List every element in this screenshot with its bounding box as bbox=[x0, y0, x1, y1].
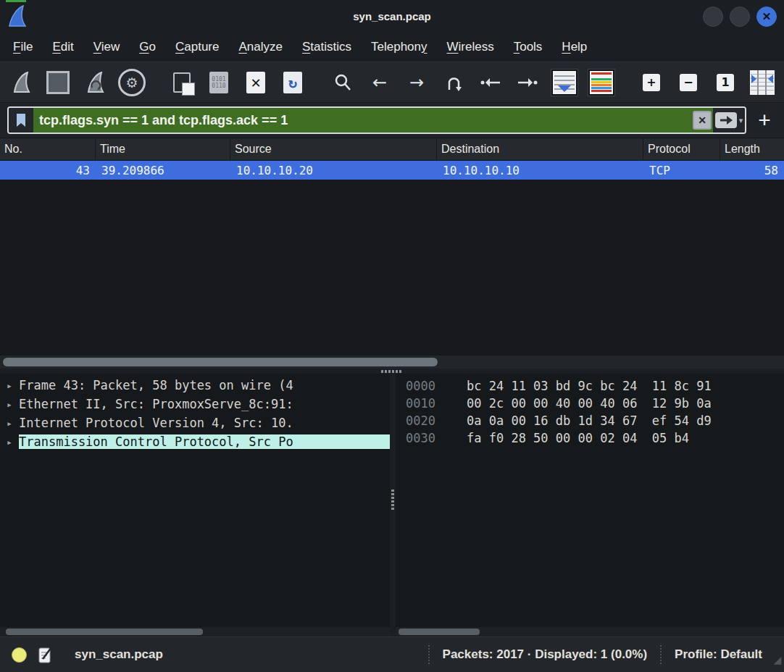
resize-grip[interactable]: ◢ bbox=[774, 655, 781, 665]
go-back-button[interactable]: ← bbox=[366, 68, 393, 97]
stop-capture-button[interactable] bbox=[44, 68, 72, 97]
expander-icon[interactable]: ▸ bbox=[0, 380, 19, 391]
zoom-100-button[interactable]: 1 bbox=[712, 68, 739, 97]
horizontal-splitter[interactable] bbox=[0, 369, 784, 374]
expander-icon[interactable]: ▸ bbox=[0, 418, 19, 429]
filter-apply-button[interactable]: ▾ bbox=[713, 108, 745, 133]
detail-row-ip[interactable]: ▸ Internet Protocol Version 4, Src: 10. bbox=[0, 413, 390, 432]
find-packet-button[interactable] bbox=[329, 68, 356, 97]
packet-row-selected[interactable]: 43 39.209866 10.10.10.20 10.10.10.10 TCP… bbox=[0, 161, 784, 180]
hex-bytes: bc 24 11 03 bd 9c bc 24 11 8c 91 bbox=[467, 379, 712, 393]
column-header-no[interactable]: No. bbox=[0, 138, 96, 160]
start-capture-button[interactable] bbox=[7, 68, 35, 97]
save-file-button[interactable]: 0101 0110 bbox=[205, 68, 233, 97]
menu-label: tatistics bbox=[310, 40, 351, 54]
bookmark-icon bbox=[15, 113, 27, 127]
colorize-button[interactable] bbox=[588, 68, 615, 97]
go-to-packet-button[interactable] bbox=[440, 68, 467, 97]
menu-analyze[interactable]: Analyze bbox=[238, 40, 282, 54]
wireshark-fin-icon bbox=[12, 72, 30, 93]
menu-telephony[interactable]: Telephony bbox=[371, 40, 428, 54]
detail-row-frame[interactable]: ▸ Frame 43: Packet, 58 bytes on wire (4 bbox=[0, 376, 390, 395]
close-button[interactable]: ✕ bbox=[756, 7, 777, 27]
reload-file-icon: ↻ bbox=[283, 72, 302, 93]
hex-row[interactable]: 0030 fa f0 28 50 00 00 02 04 05 b4 bbox=[406, 429, 784, 447]
open-file-button[interactable] bbox=[168, 68, 196, 97]
main-toolbar: ⚙ 0101 0110 ✕ ↻ ← → bbox=[0, 62, 784, 103]
column-header-time[interactable]: Time bbox=[96, 138, 230, 160]
menu-tools[interactable]: Tools bbox=[514, 40, 543, 54]
vertical-splitter[interactable] bbox=[390, 374, 396, 627]
detail-row-tcp-selected[interactable]: ▸ Transmission Control Protocol, Src Po bbox=[0, 432, 390, 451]
status-bar: syn_scan.pcap Packets: 2017 · Displayed:… bbox=[0, 637, 784, 672]
column-header-source[interactable]: Source bbox=[230, 138, 437, 160]
hex-row[interactable]: 0010 00 2c 00 00 40 00 40 06 12 9b 0a bbox=[406, 395, 784, 412]
arrow-to-dot-right-icon bbox=[517, 75, 538, 90]
filter-bookmark-button[interactable] bbox=[9, 108, 33, 133]
restart-capture-button[interactable] bbox=[81, 68, 109, 97]
packet-bytes-pane[interactable]: 0000 bc 24 11 03 bd 9c bc 24 11 8c 91 00… bbox=[396, 374, 784, 627]
hex-row[interactable]: 0000 bc 24 11 03 bd 9c bc 24 11 8c 91 bbox=[406, 377, 784, 395]
stop-icon bbox=[46, 71, 70, 94]
cell-destination: 10.10.10.10 bbox=[437, 161, 643, 180]
menu-bar: File Edit View Go Capture Analyze Statis… bbox=[0, 33, 784, 62]
status-profile[interactable]: Profile: Default bbox=[663, 647, 774, 662]
colorize-icon bbox=[588, 70, 614, 96]
capture-options-button[interactable]: ⚙ bbox=[118, 68, 146, 97]
menu-wireless[interactable]: Wireless bbox=[447, 40, 494, 54]
menu-go[interactable]: Go bbox=[139, 40, 156, 54]
maximize-button[interactable] bbox=[730, 7, 750, 27]
status-separator bbox=[660, 645, 662, 664]
resize-columns-button[interactable] bbox=[748, 68, 776, 97]
close-file-button[interactable]: ✕ bbox=[242, 68, 270, 97]
title-bar[interactable]: syn_scan.pcap ✕ bbox=[0, 0, 784, 33]
packet-list-hscrollbar[interactable] bbox=[0, 356, 784, 369]
menu-capture[interactable]: Capture bbox=[175, 40, 219, 54]
auto-scroll-icon bbox=[551, 70, 577, 96]
minimize-button[interactable] bbox=[703, 7, 723, 27]
column-header-destination[interactable]: Destination bbox=[437, 138, 643, 160]
first-packet-button[interactable] bbox=[477, 68, 504, 97]
column-header-protocol[interactable]: Protocol bbox=[643, 138, 720, 160]
last-packet-button[interactable] bbox=[514, 68, 541, 97]
expert-info-icon[interactable] bbox=[12, 647, 27, 663]
display-filter-input[interactable]: tcp.flags.syn == 1 and tcp.flags.ack == … bbox=[33, 108, 691, 133]
details-hscrollbar[interactable] bbox=[0, 627, 390, 637]
menu-help[interactable]: Help bbox=[562, 40, 587, 54]
zoom-in-button[interactable]: + bbox=[638, 68, 665, 97]
menu-view[interactable]: View bbox=[93, 40, 120, 54]
filter-clear-button[interactable]: ✕ bbox=[691, 108, 713, 133]
column-header-length[interactable]: Length bbox=[720, 138, 784, 160]
pane-scrollbars bbox=[0, 627, 784, 637]
bytes-hscrollbar[interactable] bbox=[396, 627, 784, 637]
packet-details-pane[interactable]: ▸ Frame 43: Packet, 58 bytes on wire (4 … bbox=[0, 374, 390, 627]
scrollbar-thumb[interactable] bbox=[6, 629, 203, 635]
wireshark-window: syn_scan.pcap ✕ File Edit View Go Captur… bbox=[0, 0, 784, 672]
menu-statistics[interactable]: Statistics bbox=[302, 40, 351, 54]
hex-offset: 0000 bbox=[406, 379, 446, 393]
go-forward-button[interactable]: → bbox=[403, 68, 430, 97]
hex-row[interactable]: 0020 0a 0a 00 16 db 1d 34 67 ef 54 d9 bbox=[406, 412, 784, 429]
menu-edit[interactable]: Edit bbox=[52, 40, 73, 54]
menu-label: dit bbox=[61, 40, 74, 54]
save-file-icon: 0101 0110 bbox=[209, 72, 228, 93]
binary-text: 0101 0110 bbox=[212, 76, 225, 89]
packet-list-empty-area[interactable] bbox=[0, 180, 784, 356]
status-packet-counts: Packets: 2017 · Displayed: 1 (0.0%) bbox=[431, 647, 659, 662]
scrollbar-thumb[interactable] bbox=[3, 358, 438, 366]
cell-no: 43 bbox=[0, 161, 96, 180]
menu-label: nalyze bbox=[247, 40, 283, 54]
status-filename[interactable]: syn_scan.pcap bbox=[75, 647, 163, 662]
detail-row-ethernet[interactable]: ▸ Ethernet II, Src: ProxmoxServe_8c:91: bbox=[0, 395, 390, 413]
reload-file-button[interactable]: ↻ bbox=[279, 68, 306, 97]
filter-add-button[interactable]: + bbox=[752, 108, 777, 133]
zoom-out-button[interactable]: − bbox=[675, 68, 702, 97]
menu-label: y bbox=[421, 40, 428, 54]
menu-file[interactable]: File bbox=[13, 40, 33, 54]
capture-comment-icon[interactable] bbox=[38, 646, 53, 663]
restart-fin-icon bbox=[86, 72, 104, 93]
expander-icon[interactable]: ▸ bbox=[0, 399, 19, 410]
expander-icon[interactable]: ▸ bbox=[0, 437, 19, 448]
auto-scroll-button[interactable] bbox=[551, 68, 578, 97]
scrollbar-thumb[interactable] bbox=[399, 629, 480, 635]
